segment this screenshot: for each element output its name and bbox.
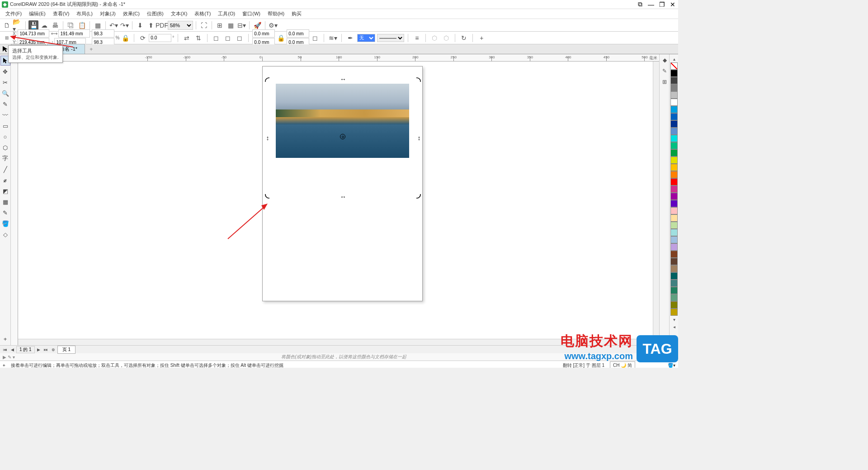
color-swatch[interactable] [670,171,678,178]
page-next-button[interactable]: ▶ [36,347,42,353]
menu-tools[interactable]: 工具(O) [214,9,239,18]
maximize-button[interactable]: ❐ [658,1,665,8]
color-swatch[interactable] [670,193,678,200]
page-first-button[interactable]: ⏮ [2,347,8,353]
palette-scroll-down[interactable]: ▾ [670,316,678,323]
eyedropper-tool[interactable]: ✎ [0,208,10,218]
import-button[interactable]: ⬇ [135,20,145,30]
mirror-v-button[interactable]: ⇅ [193,33,203,43]
ungroup-button[interactable]: ⬡ [441,33,451,43]
palette-flyout[interactable]: ◂ [670,323,678,330]
options-button[interactable]: ⚙▾ [268,20,278,30]
ruler-horizontal[interactable]: 毫米 -150-100-5005010015020025030035040045… [18,54,659,62]
fill-tool[interactable]: 🪣 [0,218,10,228]
scrollbar-vertical[interactable] [653,62,659,337]
menu-object[interactable]: 对象(J) [96,9,119,18]
outline-tool[interactable]: ◇ [0,229,10,239]
palette-scroll-up[interactable]: ▴ [670,56,678,62]
hints-docker-icon[interactable]: ◆ [660,56,669,64]
color-swatch[interactable] [670,200,678,207]
page-tab-1[interactable]: 页 1 [57,346,75,354]
corner-radius-1[interactable] [252,29,275,38]
snap-button[interactable]: ⊞ [215,20,225,30]
page-last-button[interactable]: ⏭ [43,347,49,353]
color-swatch[interactable] [670,135,678,142]
no-fill-swatch[interactable] [670,62,678,70]
canvas-area[interactable]: 毫米 -150-100-5005010015020025030035040045… [11,54,659,345]
color-swatch[interactable] [670,77,678,84]
scale-x-input[interactable] [92,29,114,38]
corner-2-icon[interactable]: ◻ [223,33,233,43]
rotate-handle-bottom-right[interactable] [415,193,422,199]
skew-handle-left[interactable]: ↕ [264,135,271,141]
refresh-button[interactable]: ↻ [459,33,469,43]
menu-file[interactable]: 文件(F) [2,9,25,18]
x-input[interactable] [18,29,49,38]
rotate-handle-bottom-left[interactable] [264,193,270,199]
color-swatch[interactable] [670,99,678,106]
menu-layout[interactable]: 布局(L) [73,9,96,18]
help-indicator-icon[interactable]: ⧉ [637,1,644,8]
clipboard-button[interactable]: ▦ [93,20,103,30]
menu-view[interactable]: 查看(V) [49,9,73,18]
color-swatch[interactable] [670,106,678,113]
color-swatch[interactable] [670,120,678,128]
relative-corner-button[interactable]: ◻ [310,33,320,43]
color-swatch[interactable] [670,272,678,280]
add-button[interactable]: + [476,33,486,43]
launch-button[interactable]: 🚀 [252,20,262,30]
convert-curves-button[interactable]: ⬡ [429,33,439,43]
to-front-button[interactable]: ≡ [412,33,422,43]
connector-tool[interactable]: ⸙ [0,175,10,185]
menu-bitmap[interactable]: 位图(B) [143,9,167,18]
open-button[interactable]: 📂▾ [13,20,23,30]
object-properties-icon[interactable]: ✎ [660,67,669,75]
corner-radius-3[interactable] [287,29,309,38]
corner-1-icon[interactable]: ◻ [211,33,221,43]
new-button[interactable]: 🗋 [2,20,12,30]
text-tool[interactable]: 字 [0,153,10,163]
cloud-button[interactable]: ☁ [39,20,49,30]
menu-window[interactable]: 窗口(W) [239,9,264,18]
export-button[interactable]: ⬆ [146,20,156,30]
width-input[interactable] [58,29,90,38]
color-swatch[interactable] [670,157,678,164]
skew-handle-top[interactable]: ↔ [340,76,346,82]
menu-text[interactable]: 文本(X) [167,9,191,18]
drop-shadow-tool[interactable]: ◩ [0,186,10,196]
scrollbar-horizontal[interactable] [18,339,651,345]
page-add-button[interactable]: ⊕ [50,347,57,353]
menu-edit[interactable]: 编辑(E) [25,9,49,18]
color-swatch[interactable] [670,70,678,77]
minimize-button[interactable]: — [647,1,655,8]
copy-button[interactable]: ⿻ [66,20,76,30]
redo-button[interactable]: ↷▾ [119,20,129,30]
color-swatch[interactable] [670,207,678,214]
lock-ratio-button[interactable]: 🔒 [120,33,130,43]
rotation-input[interactable] [149,34,171,42]
outline-width-select[interactable]: ──── [377,34,404,42]
color-swatch[interactable] [670,113,678,120]
guides-button[interactable]: ⊟▾ [236,20,246,30]
color-swatch[interactable] [670,243,678,251]
color-swatch[interactable] [670,229,678,236]
close-button[interactable]: ✕ [669,1,676,8]
fill-indicator-icon[interactable]: 🪣▾ [668,363,675,368]
fill-select[interactable]: 无 [357,34,375,42]
color-swatch[interactable] [670,149,678,157]
corner-3-icon[interactable]: ◻ [235,33,245,43]
color-swatch[interactable] [670,251,678,258]
ellipse-tool[interactable]: ○ [0,132,10,142]
menu-table[interactable]: 表格(T) [191,9,214,18]
color-swatch[interactable] [670,178,678,185]
undo-button[interactable]: ↶▾ [108,20,118,30]
rotate-handle-top-left[interactable] [264,76,270,83]
ruler-vertical[interactable] [11,62,18,345]
grid-button[interactable]: ▦ [226,20,236,30]
zoom-select[interactable]: 58% [168,21,193,30]
selected-image-object[interactable] [276,84,409,158]
zoom-tool[interactable]: 🔍 [0,88,10,98]
menu-buy[interactable]: 购买 [288,9,305,18]
print-button[interactable]: 🖶 [50,20,60,30]
skew-handle-bottom[interactable]: ↔ [340,194,346,200]
